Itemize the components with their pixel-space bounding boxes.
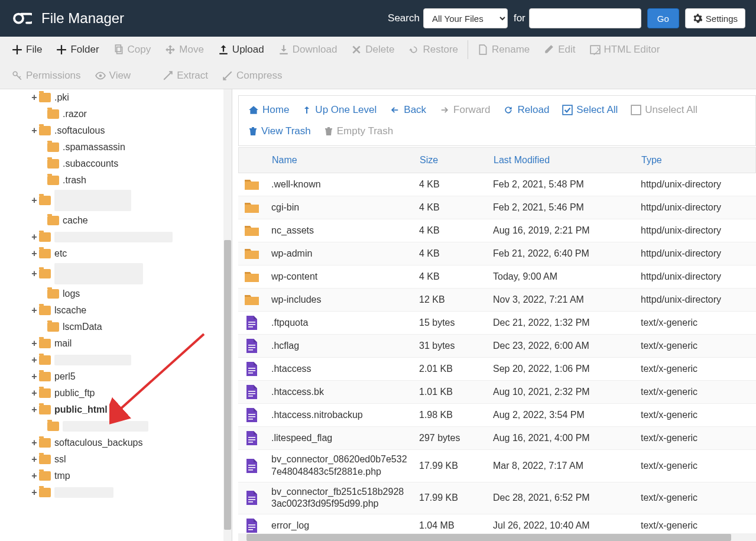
file-icon [238, 358, 265, 380]
tree-node[interactable]: .spamassassin [4, 139, 228, 156]
tree-node[interactable]: +public_ftp [4, 385, 228, 401]
settings-button[interactable]: Settings [685, 8, 745, 28]
tree-node[interactable]: +mail [4, 335, 228, 352]
tree-label: lscache [54, 305, 86, 316]
svg-rect-16 [248, 372, 253, 374]
tree-node[interactable]: .razor [4, 106, 228, 122]
folder-tree[interactable]: +.pki.razor+.softaculous.spamassassin.su… [0, 89, 232, 501]
tree-node[interactable]: +lscache [4, 302, 228, 319]
expand-icon[interactable]: + [31, 305, 38, 316]
tree-node[interactable]: logs [4, 286, 228, 302]
tree-node[interactable]: + [4, 189, 228, 212]
expand-icon[interactable]: + [31, 471, 38, 481]
tree-node[interactable]: +ssl [4, 451, 228, 468]
forward-button[interactable]: Forward [438, 102, 491, 118]
empty-trash-button[interactable]: Empty Trash [323, 123, 394, 140]
table-row[interactable]: .hcflag31 bytesDec 23, 2022, 6:00 AMtext… [238, 335, 756, 358]
compress-button[interactable]: Compress [215, 65, 289, 86]
expand-icon[interactable]: + [31, 232, 38, 242]
extract-button[interactable]: Extract [155, 65, 215, 86]
folder-icon [39, 232, 51, 242]
expand-icon[interactable]: + [31, 125, 38, 136]
svg-rect-24 [248, 439, 255, 440]
tree-node[interactable]: +public_html [4, 401, 228, 418]
tree-scrollbar[interactable] [223, 89, 232, 541]
table-row[interactable]: bv_connector_08620ed0b7e5327e48048483c5f… [238, 450, 756, 482]
expand-icon[interactable]: + [31, 248, 38, 259]
delete-button[interactable]: Delete [344, 39, 401, 60]
svg-rect-29 [248, 497, 255, 498]
table-hscrollbar[interactable] [238, 533, 756, 541]
search-input[interactable] [529, 8, 641, 28]
tree-node[interactable]: +etc [4, 245, 228, 262]
tree-node[interactable]: .trash [4, 172, 228, 189]
tree-node[interactable]: + [4, 229, 228, 245]
tree-node[interactable]: +softaculous_backups [4, 435, 228, 451]
expand-icon[interactable]: + [31, 195, 38, 206]
expand-icon[interactable]: + [31, 404, 38, 415]
edit-button[interactable]: Edit [537, 39, 582, 60]
tree-node[interactable] [4, 418, 228, 435]
download-button[interactable]: Download [271, 39, 345, 60]
tree-node[interactable]: +perl5 [4, 368, 228, 385]
tree-node[interactable]: lscmData [4, 319, 228, 335]
file-icon [238, 312, 265, 334]
tree-node[interactable]: +tmp [4, 468, 228, 484]
expand-icon[interactable]: + [31, 338, 38, 349]
expand-icon[interactable]: + [31, 92, 38, 103]
tree-node[interactable]: +.pki [4, 89, 228, 106]
copy-button[interactable]: Copy [106, 39, 158, 60]
expand-icon[interactable]: + [31, 268, 38, 279]
table-row[interactable]: .htaccess.nitrobackup1.98 KBAug 2, 2022,… [238, 404, 756, 427]
expand-icon[interactable]: + [31, 388, 38, 399]
column-size[interactable]: Size [414, 155, 488, 166]
expand-icon[interactable]: + [31, 355, 38, 365]
table-row[interactable]: .ftpquota15 bytesDec 21, 2022, 1:32 PMte… [238, 312, 756, 335]
table-row[interactable]: error_log1.04 MBJul 26, 2022, 10:40 AMte… [238, 514, 756, 533]
file-button[interactable]: File [5, 39, 49, 60]
table-row[interactable]: wp-content4 KBToday, 9:00 AMhttpd/unix-d… [238, 265, 756, 289]
restore-button[interactable]: Restore [401, 39, 465, 60]
tree-label: .razor [63, 109, 87, 119]
svg-rect-12 [248, 347, 255, 348]
tree-node[interactable]: cache [4, 212, 228, 229]
table-row[interactable]: bv_connector_fb251c518b29283ac0023f3d95f… [238, 482, 756, 515]
back-button[interactable]: Back [388, 102, 427, 118]
expand-icon[interactable]: + [31, 438, 38, 448]
unselect-all-button[interactable]: Unselect All [630, 102, 699, 118]
column-name[interactable]: Name [266, 154, 414, 167]
tree-node[interactable]: + [4, 262, 228, 286]
up-one-level-button[interactable]: Up One Level [301, 102, 378, 118]
table-row[interactable]: .litespeed_flag297 bytesAug 16, 2021, 4:… [238, 427, 756, 450]
permissions-button[interactable]: Permissions [5, 65, 88, 86]
home-button[interactable]: Home [247, 102, 290, 118]
table-row[interactable]: .htaccess2.01 KBSep 20, 2022, 1:06 PMtex… [238, 358, 756, 381]
search-scope-select[interactable]: All Your Files [423, 8, 508, 28]
table-row[interactable]: wp-includes12 KBNov 3, 2022, 7:21 AMhttp… [238, 289, 756, 312]
tree-node[interactable]: + [4, 352, 228, 368]
go-button[interactable]: Go [647, 8, 679, 28]
move-button[interactable]: Move [158, 39, 211, 60]
table-row[interactable]: wp-admin4 KBFeb 21, 2022, 6:40 PMhttpd/u… [238, 242, 756, 265]
html-editor-button[interactable]: HTML Editor [583, 39, 667, 60]
table-row[interactable]: nc_assets4 KBAug 16, 2019, 2:21 PMhttpd/… [238, 219, 756, 242]
upload-button[interactable]: Upload [211, 39, 271, 60]
expand-icon[interactable]: + [31, 454, 38, 465]
folder-button[interactable]: Folder [49, 39, 106, 60]
table-row[interactable]: cgi-bin4 KBFeb 2, 2021, 5:46 PMhttpd/uni… [238, 196, 756, 219]
select-all-button[interactable]: Select All [561, 102, 619, 118]
view-button[interactable]: View [88, 65, 138, 86]
column-last-modified[interactable]: Last Modified [488, 155, 635, 166]
tree-label: etc [54, 248, 67, 259]
table-row[interactable]: .htaccess.bk1.01 KBAug 10, 2021, 2:32 PM… [238, 381, 756, 404]
tree-node[interactable]: +.softaculous [4, 122, 228, 139]
table-row[interactable]: .well-known4 KBFeb 2, 2021, 5:48 PMhttpd… [238, 173, 756, 196]
expand-icon[interactable]: + [31, 371, 38, 382]
reload-button[interactable]: Reload [502, 102, 550, 118]
tree-node[interactable]: + [4, 484, 228, 501]
rename-button[interactable]: Rename [471, 39, 537, 60]
view-trash-button[interactable]: View Trash [247, 123, 312, 140]
expand-icon[interactable]: + [31, 487, 38, 498]
tree-node[interactable]: .subaccounts [4, 156, 228, 172]
column-type[interactable]: Type [635, 155, 748, 166]
